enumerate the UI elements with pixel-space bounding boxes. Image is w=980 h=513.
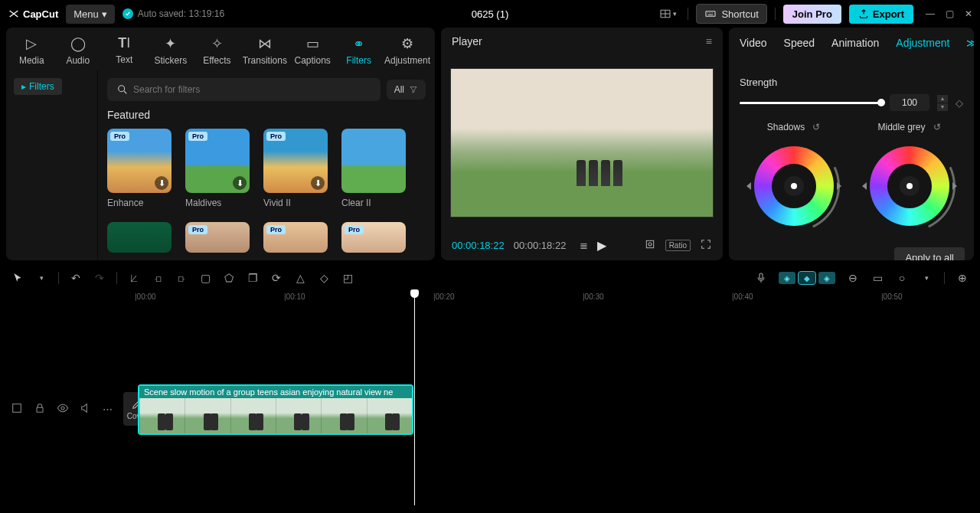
strength-value[interactable]: 100 [890,94,929,111]
filters-category[interactable]: ▸ Filters [14,78,62,95]
tab-media[interactable]: ▷Media [11,34,53,67]
maximize-button[interactable]: ▢ [946,8,954,19]
player-viewport[interactable] [450,68,714,217]
tab-speed[interactable]: Speed [784,37,815,49]
split-icon[interactable]: ⟀ [127,272,141,284]
crop-icon[interactable] [644,238,656,253]
svg-point-2 [119,86,125,92]
strength-stepper[interactable]: ▲▼ [937,95,948,111]
track-mute-icon[interactable] [80,402,92,417]
layout-icon[interactable]: ▾ [656,5,680,23]
snap-mode[interactable]: ◈◆◈ [779,272,835,284]
tab-audio[interactable]: ◯Audio [57,34,100,67]
play-button[interactable]: ▶ [597,238,606,253]
apply-all-button[interactable]: Apply to all [894,247,965,260]
more-tabs-icon[interactable]: ≫ [966,37,974,49]
track-header: ⋯ Cover [11,392,151,426]
timeline-ruler[interactable]: |00:00 |00:10 |00:20 |00:30 |00:40 |00:5… [135,291,980,308]
trim-left-icon[interactable]: ⟤ [151,272,165,284]
reset-icon[interactable]: ◇ [956,97,963,109]
zoom-dropdown-icon[interactable]: ▾ [920,274,933,282]
filter-clear2[interactable]: Clear II [341,129,406,208]
shortcut-button[interactable]: Shortcut [696,4,766,24]
filters-icon: ⚭ [353,35,364,52]
crop-clip-icon[interactable]: ◰ [341,272,354,284]
zoom-fit-icon[interactable]: ⊕ [956,272,969,284]
inspector-panel: Video Speed Animation Adjustment ≫ Basic… [729,28,974,260]
search-input[interactable] [107,78,381,101]
filter-row2-1[interactable]: Pro [185,222,250,253]
tab-stickers[interactable]: ✦Stickers [150,34,192,67]
tab-adjustment-right[interactable]: Adjustment [896,37,949,49]
pro-badge: Pro [345,225,364,234]
zoom-out-icon[interactable]: ○ [895,272,909,284]
filters-sidebar: ▸ Filters [6,70,98,260]
export-button[interactable]: Export [849,5,913,24]
svg-rect-3 [646,240,653,247]
filter-vivid2[interactable]: Pro⬇ Vivid II [263,129,328,208]
wheel-right-arrow[interactable] [952,182,957,190]
svg-rect-1 [706,11,715,17]
preview-icon[interactable]: ▭ [871,272,884,284]
rotate-icon[interactable]: ◇ [317,272,331,284]
middlegrey-wheel[interactable] [864,140,956,232]
video-clip[interactable]: Scene slow motion of a group teens asian… [138,384,413,435]
mic-icon[interactable] [754,272,768,284]
track-box-icon[interactable] [11,402,23,417]
player-title: Player [452,35,482,47]
cursor-dropdown-icon[interactable]: ▾ [34,274,48,282]
cursor-icon[interactable] [11,272,24,284]
pro-badge: Pro [188,225,207,234]
tab-animation[interactable]: Animation [831,37,879,49]
menu-label: Menu [74,8,99,20]
download-icon[interactable]: ⬇ [311,176,325,190]
mirror-icon[interactable]: △ [293,272,307,284]
wheel-right-arrow[interactable] [837,182,841,190]
chevron-down-icon: ▾ [102,8,107,20]
list-view-icon[interactable]: ≣ [580,240,588,251]
timeline[interactable]: |00:00 |00:10 |00:20 |00:30 |00:40 |00:5… [0,291,980,505]
tab-captions[interactable]: ▭Captions [292,34,334,67]
tab-text[interactable]: TIText [103,34,145,67]
filter-enhance[interactable]: Pro⬇ Enhance [107,129,172,208]
menu-button[interactable]: Menu ▾ [66,5,115,24]
timeline-toolbar: ▾ ↶ ↷ ⟀ ⟤ ⟥ ▢ ⬠ ❐ ⟳ △ ◇ ◰ ◈◆◈ ⊖ ▭ ○ ▾ ⊕ [0,265,980,291]
tab-effects[interactable]: ✧Effects [196,34,238,67]
tab-transitions[interactable]: ⋈Transitions [243,34,287,67]
track-eye-icon[interactable] [57,402,69,417]
delete-icon[interactable]: ▢ [198,272,212,284]
magnet-icon[interactable]: ⊖ [846,272,860,284]
autosave-text: Auto saved: 13:19:16 [138,8,224,19]
track-lock-icon[interactable] [34,402,46,417]
strength-slider[interactable] [740,102,882,104]
ratio-button[interactable]: Ratio [665,240,691,251]
undo-icon[interactable]: ↶ [69,272,83,284]
mark-icon[interactable]: ⬠ [222,272,236,284]
redo-icon[interactable]: ↷ [93,272,106,284]
filter-row2-2[interactable]: Pro [263,222,328,253]
filter-maldives[interactable]: Pro⬇ Maldives [185,129,250,208]
autosave-indicator: Auto saved: 13:19:16 [122,8,224,19]
trim-right-icon[interactable]: ⟥ [175,272,188,284]
filter-row2-0[interactable] [107,222,172,253]
tab-filters[interactable]: ⚭Filters [338,34,380,67]
player-menu-icon[interactable]: ≡ [706,35,712,47]
duplicate-icon[interactable]: ❐ [246,272,260,284]
download-icon[interactable]: ⬇ [155,176,168,190]
check-icon [122,8,133,19]
filter-row2-3[interactable]: Pro [341,222,406,253]
shadows-wheel[interactable] [748,140,840,232]
minimize-button[interactable]: — [926,8,935,19]
reset-middlegrey-icon[interactable]: ↺ [933,122,941,132]
reset-shadows-icon[interactable]: ↺ [812,122,820,132]
tab-adjustment[interactable]: ⚙Adjustment [384,34,430,67]
join-pro-button[interactable]: Join Pro [783,5,841,24]
tab-video[interactable]: Video [740,37,767,49]
refresh-icon[interactable]: ⟳ [270,272,283,284]
search-field[interactable] [133,84,371,95]
close-button[interactable]: ✕ [965,8,972,19]
all-filter-chip[interactable]: All [387,80,426,100]
track-more-icon[interactable]: ⋯ [103,404,113,415]
fullscreen-icon[interactable] [700,238,712,253]
download-icon[interactable]: ⬇ [233,176,247,190]
